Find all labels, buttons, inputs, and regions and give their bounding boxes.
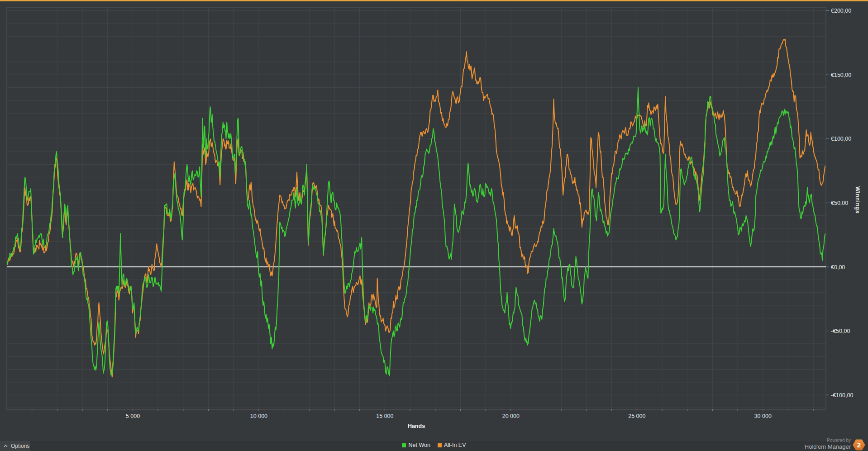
svg-text:5 000: 5 000 (126, 413, 140, 419)
svg-text:10 000: 10 000 (250, 413, 267, 419)
x-axis-title: Hands (370, 423, 463, 429)
svg-text:€150,00: €150,00 (831, 72, 851, 78)
powered-by-text: Powered by (805, 438, 851, 443)
logo-number: 2 (857, 441, 861, 449)
legend-item-all-in-ev[interactable]: All-In EV (438, 442, 466, 448)
svg-text:€200,00: €200,00 (831, 8, 851, 14)
legend-color-swatch (438, 443, 442, 447)
svg-text:30 000: 30 000 (754, 413, 772, 419)
legend-item-net-won[interactable]: Net Won (402, 442, 430, 448)
powered-by-block: Powered by Hold'em Manager (805, 438, 851, 450)
legend-color-swatch (402, 443, 406, 447)
chart-legend: Net WonAll-In EV (0, 442, 868, 448)
svg-text:-€50,00: -€50,00 (831, 328, 850, 334)
legend-label: Net Won (408, 442, 430, 448)
options-button-label: Options (11, 443, 29, 449)
legend-label: All-In EV (444, 442, 466, 448)
svg-text:€0,00: €0,00 (831, 264, 845, 271)
svg-text:€100,00: €100,00 (831, 136, 851, 142)
options-button[interactable]: Options (0, 441, 30, 451)
svg-text:15 000: 15 000 (376, 413, 393, 419)
holdem-manager-graph-window: 5 00010 00015 00020 00025 00030 000€200,… (0, 0, 868, 451)
window-top-accent-bar (0, 0, 868, 1)
app-name-text: Hold'em Manager (805, 443, 851, 450)
winnings-line-chart[interactable]: 5 00010 00015 00020 00025 00030 000€200,… (0, 0, 868, 451)
svg-text:-€100,00: -€100,00 (831, 392, 853, 399)
svg-text:€50,00: €50,00 (831, 200, 848, 206)
svg-text:25 000: 25 000 (628, 413, 645, 419)
svg-text:20 000: 20 000 (502, 413, 520, 419)
chevron-up-icon (4, 445, 8, 447)
y-axis-title: Winnings (854, 186, 861, 214)
